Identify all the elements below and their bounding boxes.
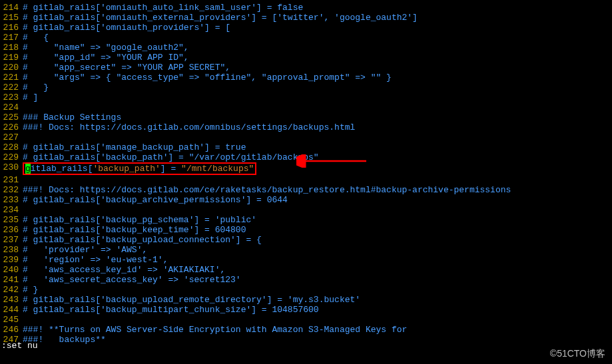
line-number: 236 xyxy=(0,225,23,235)
code-line: 242# } xyxy=(0,285,612,295)
code-text: # } xyxy=(23,83,49,92)
code-text: ###! Docs: https://docs.gitlab.com/ce/ra… xyxy=(23,185,511,195)
code-text: ###! **Turns on AWS Server-Side Encrypti… xyxy=(23,325,407,335)
line-number: 220 xyxy=(0,63,23,73)
line-number: 223 xyxy=(0,92,23,102)
code-line: 220# "app_secret" => "YOUR APP SECRET", xyxy=(0,63,612,73)
line-number: 228 xyxy=(0,142,23,152)
code-text: # "args" => { "access_type" => "offline"… xyxy=(23,73,392,83)
line-number: 243 xyxy=(0,295,23,305)
code-line: 217# { xyxy=(0,33,612,43)
code-text: # gitlab_rails['omniauth_external_provid… xyxy=(23,13,418,23)
line-number: 238 xyxy=(0,245,23,255)
code-text: # gitlab_rails['omniauth_providers'] = [ xyxy=(23,23,230,33)
line-number: 216 xyxy=(0,23,23,33)
code-line: 239# 'region' => 'eu-west-1', xyxy=(0,255,612,265)
line-number: 246 xyxy=(0,325,23,335)
code-line: 224 xyxy=(0,102,612,112)
line-number: 240 xyxy=(0,265,23,275)
code-line: 231 xyxy=(0,175,612,185)
code-text: # gitlab_rails['omniauth_auto_link_saml_… xyxy=(23,3,303,13)
code-text: # 'aws_secret_access_key' => 'secret123' xyxy=(23,275,241,285)
code-line: 230gitlab_rails['backup_path'] = "/mnt/b… xyxy=(0,162,612,175)
code-text: # "app_secret" => "YOUR APP SECRET", xyxy=(23,63,230,73)
code-line: 243# gitlab_rails['backup_upload_remote_… xyxy=(0,295,612,305)
line-number: 230 xyxy=(0,162,23,175)
code-text: # ] xyxy=(23,92,38,102)
code-line: 229# gitlab_rails['backup_path'] = "/var… xyxy=(0,152,612,162)
code-text: # "app_id" => "YOUR APP ID", xyxy=(23,53,189,63)
code-line: 233# gitlab_rails['backup_archive_permis… xyxy=(0,195,612,205)
code-line: 237# gitlab_rails['backup_upload_connect… xyxy=(0,235,612,245)
code-text: # gitlab_rails['backup_pg_schema'] = 'pu… xyxy=(23,215,256,225)
line-number: 225 xyxy=(0,112,23,122)
code-text: # { xyxy=(23,33,49,43)
code-line: 238# 'provider' => 'AWS', xyxy=(0,245,612,255)
code-line: 214# gitlab_rails['omniauth_auto_link_sa… xyxy=(0,3,612,13)
code-line: 223# ] xyxy=(0,92,612,102)
vim-status-bar[interactable]: :set nu xyxy=(0,341,38,351)
code-text: # gitlab_rails['backup_keep_time'] = 604… xyxy=(23,225,246,235)
code-line: 222# } xyxy=(0,83,612,92)
code-line: 216# gitlab_rails['omniauth_providers'] … xyxy=(0,23,612,33)
code-line: 244# gitlab_rails['backup_multipart_chun… xyxy=(0,305,612,315)
watermark: ©51CTO博客 xyxy=(550,349,605,359)
line-number: 227 xyxy=(0,132,23,142)
code-line: 240# 'aws_access_key_id' => 'AKIAKIAKI', xyxy=(0,265,612,275)
code-text: # gitlab_rails['backup_multipart_chunk_s… xyxy=(23,305,319,315)
code-text: # gitlab_rails['manage_backup_path'] = t… xyxy=(23,142,246,152)
code-text: ### Backup Settings xyxy=(23,112,121,122)
line-number: 231 xyxy=(0,175,23,185)
line-number: 239 xyxy=(0,255,23,265)
cursor: g xyxy=(25,164,31,174)
code-text: # gitlab_rails['backup_path'] = "/var/op… xyxy=(23,152,319,162)
line-number: 234 xyxy=(0,205,23,215)
code-text: # "name" => "google_oauth2", xyxy=(23,43,189,53)
code-line: 228# gitlab_rails['manage_backup_path'] … xyxy=(0,142,612,152)
code-text: # 'provider' => 'AWS', xyxy=(23,245,147,255)
line-number: 235 xyxy=(0,215,23,225)
code-line: 219# "app_id" => "YOUR APP ID", xyxy=(0,53,612,63)
code-text: # 'region' => 'eu-west-1', xyxy=(23,255,168,265)
code-text: # gitlab_rails['backup_archive_permissio… xyxy=(23,195,288,205)
code-text: # gitlab_rails['backup_upload_connection… xyxy=(23,235,262,245)
code-line: 225### Backup Settings xyxy=(0,112,612,122)
line-number: 226 xyxy=(0,122,23,132)
code-line: 247###! backups** xyxy=(0,335,612,345)
line-number: 244 xyxy=(0,305,23,315)
line-number: 221 xyxy=(0,73,23,83)
code-line: 236# gitlab_rails['backup_keep_time'] = … xyxy=(0,225,612,235)
code-line: 245 xyxy=(0,315,612,325)
code-line: 221# "args" => { "access_type" => "offli… xyxy=(0,73,612,83)
code-text: # } xyxy=(23,285,38,295)
line-number: 219 xyxy=(0,53,23,63)
line-number: 233 xyxy=(0,195,23,205)
code-line: 234 xyxy=(0,205,612,215)
highlighted-config-line: gitlab_rails['backup_path'] = "/mnt/back… xyxy=(23,162,256,175)
line-number: 245 xyxy=(0,315,23,325)
code-line: 215# gitlab_rails['omniauth_external_pro… xyxy=(0,13,612,23)
line-number: 229 xyxy=(0,152,23,162)
line-number: 237 xyxy=(0,235,23,245)
code-text: gitlab_rails['backup_path'] = "/mnt/back… xyxy=(23,162,256,175)
code-line: 227 xyxy=(0,132,612,142)
line-number: 217 xyxy=(0,33,23,43)
code-text: ###! Docs: https://docs.gitlab.com/omnib… xyxy=(23,122,355,132)
line-number: 214 xyxy=(0,3,23,13)
line-number: 222 xyxy=(0,83,23,92)
code-line: 246###! **Turns on AWS Server-Side Encry… xyxy=(0,325,612,335)
line-number: 242 xyxy=(0,285,23,295)
line-number: 232 xyxy=(0,185,23,195)
code-line: 218# "name" => "google_oauth2", xyxy=(0,43,612,53)
code-line: 235# gitlab_rails['backup_pg_schema'] = … xyxy=(0,215,612,225)
code-text: # 'aws_access_key_id' => 'AKIAKIAKI', xyxy=(23,265,225,275)
line-number: 215 xyxy=(0,13,23,23)
code-line: 226###! Docs: https://docs.gitlab.com/om… xyxy=(0,122,612,132)
code-line: 232###! Docs: https://docs.gitlab.com/ce… xyxy=(0,185,612,195)
code-line: 241# 'aws_secret_access_key' => 'secret1… xyxy=(0,275,612,285)
code-text: # gitlab_rails['backup_upload_remote_dir… xyxy=(23,295,360,305)
code-editor[interactable]: 214# gitlab_rails['omniauth_auto_link_sa… xyxy=(0,0,612,347)
line-number: 224 xyxy=(0,102,23,112)
line-number: 218 xyxy=(0,43,23,53)
line-number: 241 xyxy=(0,275,23,285)
